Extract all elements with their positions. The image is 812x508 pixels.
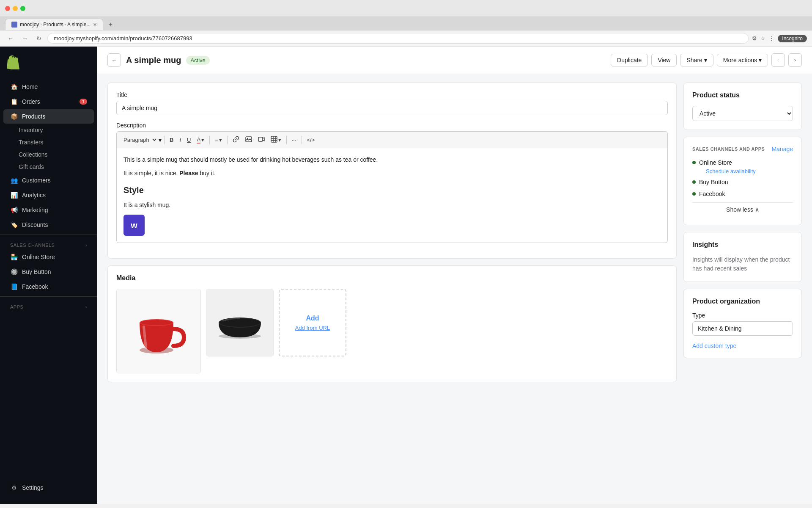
browser-traffic-lights: [0, 0, 812, 17]
facebook-active-dot: [692, 192, 696, 196]
sidebar-item-gift-cards[interactable]: Gift cards: [3, 161, 94, 173]
browser-tab-active[interactable]: moodjoy · Products · A simple... ✕: [5, 19, 103, 30]
sidebar-item-facebook[interactable]: 📘 Facebook: [3, 279, 94, 294]
sidebar-item-gift-cards-label: Gift cards: [19, 163, 44, 170]
media-item-mug[interactable]: [116, 289, 201, 373]
add-custom-type-link[interactable]: Add custom type: [692, 342, 736, 349]
media-add-url-link[interactable]: Add from URL: [295, 325, 330, 331]
italic-button[interactable]: I: [177, 135, 184, 145]
show-less-label: Show less: [726, 206, 753, 213]
sidebar-bottom: ⚙ Settings: [0, 477, 97, 499]
prev-icon: ‹: [777, 57, 779, 63]
orders-badge: 1: [80, 99, 87, 105]
duplicate-button[interactable]: Duplicate: [611, 54, 648, 66]
sidebar-item-online-store-label: Online Store: [22, 254, 55, 260]
media-add-label: Add: [306, 315, 319, 322]
link-button[interactable]: [230, 134, 242, 146]
tab-close-btn[interactable]: ✕: [93, 22, 97, 28]
incognito-badge: Incognito: [778, 35, 807, 42]
sidebar-item-online-store[interactable]: 🏪 Online Store: [3, 250, 94, 264]
product-status-select[interactable]: Active Draft: [692, 106, 793, 121]
share-dropdown-icon: ▾: [704, 57, 707, 64]
code-button[interactable]: </>: [304, 135, 318, 145]
image-button[interactable]: [243, 134, 255, 146]
table-icon: [271, 136, 277, 144]
sidebar-item-collections-label: Collections: [19, 151, 47, 158]
header-actions: Duplicate View Share ▾ More actions ▾ ‹ …: [611, 53, 802, 67]
manage-link[interactable]: Manage: [771, 146, 793, 152]
sidebar-item-buy-button[interactable]: 🔘 Buy Button: [3, 265, 94, 279]
insights-title: Insights: [692, 241, 793, 248]
products-icon: 📦: [10, 113, 18, 120]
more-rte-button[interactable]: ···: [289, 135, 299, 145]
expand-apps-icon[interactable]: ›: [85, 304, 87, 309]
browser-reload-btn[interactable]: ↻: [34, 34, 44, 43]
more-actions-button[interactable]: More actions ▾: [717, 54, 768, 66]
sidebar-item-analytics[interactable]: 📊 Analytics: [3, 188, 94, 202]
address-bar[interactable]: moodjoy.myshopify.com/admin/products/776…: [47, 33, 749, 44]
rte-toolbar: Paragraph ▾ B I U: [116, 131, 668, 148]
back-icon: ←: [111, 57, 117, 64]
schedule-availability-link[interactable]: Schedule availability: [699, 168, 756, 174]
channel-item-online-store: Online Store: [692, 157, 793, 168]
sidebar-item-collections[interactable]: Collections: [3, 149, 94, 160]
video-button[interactable]: [255, 134, 267, 146]
sidebar-item-customers[interactable]: 👥 Customers: [3, 173, 94, 188]
svg-point-10: [141, 320, 172, 325]
minimize-window-btn[interactable]: [13, 6, 18, 11]
maximize-window-btn[interactable]: [20, 6, 25, 11]
share-button[interactable]: Share ▾: [680, 54, 713, 66]
bowl-image: [206, 289, 273, 356]
video-icon: [258, 136, 265, 144]
bold-icon: B: [170, 137, 173, 143]
paragraph-dropdown-icon: ▾: [159, 137, 162, 144]
analytics-icon: 📊: [10, 191, 18, 199]
text-color-button[interactable]: A ▾: [194, 135, 207, 145]
new-tab-btn[interactable]: +: [105, 19, 115, 30]
settings-icon: ⚙: [10, 484, 18, 491]
type-input[interactable]: [692, 321, 793, 336]
next-product-button[interactable]: ›: [788, 53, 802, 67]
media-card: Media: [107, 265, 677, 382]
close-window-btn[interactable]: [5, 6, 10, 11]
table-button[interactable]: ▾: [268, 134, 284, 146]
channel-buy-button-label: Buy Button: [699, 179, 728, 185]
media-item-bowl[interactable]: [206, 289, 274, 356]
tab-title: moodjoy · Products · A simple...: [20, 22, 91, 28]
rte-content[interactable]: This is a simple mug that should mostly …: [116, 148, 668, 243]
sidebar-item-analytics-label: Analytics: [22, 192, 46, 199]
expand-sales-channels-icon[interactable]: ›: [85, 243, 87, 248]
media-add-button[interactable]: Add Add from URL: [279, 289, 346, 356]
tab-bar: moodjoy · Products · A simple... ✕ +: [0, 17, 812, 30]
align-button[interactable]: ≡ ▾: [212, 135, 225, 145]
sidebar-item-products[interactable]: 📦 Products: [3, 109, 94, 124]
page-header: ← A simple mug Active Duplicate View Sha…: [97, 47, 812, 74]
sidebar-item-transfers[interactable]: Transfers: [3, 136, 94, 148]
browser-icons: ⚙ ☆ ⋮ Incognito: [752, 35, 807, 42]
show-less-button[interactable]: Show less ∧: [692, 202, 793, 216]
channel-online-store-label: Online Store: [699, 159, 732, 166]
paragraph-select[interactable]: Paragraph: [120, 135, 158, 145]
sidebar-item-marketing[interactable]: 📢 Marketing: [3, 203, 94, 217]
w-icon: w: [123, 215, 145, 236]
sidebar-item-inventory[interactable]: Inventory: [3, 124, 94, 136]
prev-product-button[interactable]: ‹: [771, 53, 785, 67]
underline-button[interactable]: U: [184, 135, 193, 145]
browser-forward-btn[interactable]: →: [19, 34, 30, 43]
insights-text: Insights will display when the product h…: [692, 255, 793, 273]
apps-section: Apps ›: [0, 299, 97, 311]
rte-w-icon-container: w: [123, 215, 661, 236]
sidebar-item-home[interactable]: 🏠 Home: [3, 80, 94, 94]
sidebar-item-settings[interactable]: ⚙ Settings: [3, 480, 94, 495]
bold-button[interactable]: B: [167, 135, 176, 145]
view-button[interactable]: View: [651, 54, 677, 66]
back-button[interactable]: ←: [107, 53, 121, 67]
sidebar-item-buy-button-label: Buy Button: [22, 268, 51, 275]
svg-rect-2: [258, 137, 263, 141]
title-input[interactable]: [116, 101, 668, 115]
sidebar-item-orders[interactable]: 📋 Orders 1: [3, 94, 94, 109]
browser-back-btn[interactable]: ←: [5, 34, 16, 43]
rte-divider-5: [302, 136, 302, 144]
page-title: A simple mug: [126, 55, 181, 65]
sidebar-item-discounts[interactable]: 🏷️ Discounts: [3, 218, 94, 232]
